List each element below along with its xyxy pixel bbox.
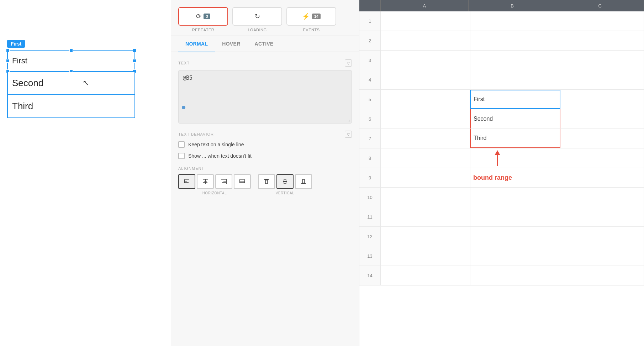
ss-col-b-header: B [469,0,556,11]
cell-b6[interactable]: Second [470,109,560,129]
cell-a10[interactable] [381,188,470,207]
cell-b11[interactable] [470,207,560,226]
cell-b8[interactable] [470,148,560,168]
cell-c9[interactable] [560,168,644,187]
repeater-item-second[interactable]: Second ↖ [7,72,135,95]
svg-rect-18 [265,180,268,184]
table-row: 5 First [359,90,644,109]
repeater-item-first[interactable]: First [7,50,135,72]
alignment-header: ALIGNMENT [178,166,352,171]
vertical-align-group: VERTICAL [258,174,312,195]
row-num-4: 4 [359,70,381,89]
row-num-11: 11 [359,207,381,226]
cell-a11[interactable] [381,207,470,226]
repeater-item-third-text: Third [8,95,134,117]
cell-a6[interactable] [381,109,470,129]
cell-b7[interactable]: Third [470,129,560,148]
cell-b2[interactable] [470,31,560,50]
left-panel: First First Second ↖ [0,0,171,346]
cell-b5[interactable]: First [470,90,560,109]
cell-c3[interactable] [560,51,644,70]
text-section-collapse[interactable]: ▽ [345,59,352,67]
align-center-btn[interactable] [197,174,214,189]
align-top-btn[interactable] [258,174,275,189]
cell-c4[interactable] [560,70,644,89]
cell-a14[interactable] [381,266,470,285]
bound-range-label: bound range [473,174,512,182]
table-row: 10 [359,188,644,207]
table-row: 1 [359,11,644,31]
cell-c2[interactable] [560,31,644,50]
checkbox-single-line[interactable] [178,141,185,148]
table-row: 6 Second [359,109,644,129]
cell-b4[interactable] [470,70,560,89]
tab-hover[interactable]: HOVER [215,36,247,52]
cell-c13[interactable] [560,246,644,266]
cell-c11[interactable] [560,207,644,226]
align-middle-btn[interactable] [276,174,294,189]
row-num-5: 5 [359,90,381,109]
row-num-9: 9 [359,168,381,187]
bound-range-arrow [495,150,500,166]
cell-c14[interactable] [560,266,644,285]
cell-b3[interactable] [470,51,560,70]
row-num-13: 13 [359,246,381,266]
cell-a9[interactable] [381,168,470,187]
tab-normal[interactable]: NORMAL [178,36,215,52]
vertical-label: VERTICAL [276,191,295,195]
table-row: 4 [359,70,644,90]
align-justify-btn[interactable] [234,174,251,189]
cell-a3[interactable] [381,51,470,70]
align-bottom-btn[interactable] [295,174,312,189]
checkbox-ellipsis-label: Show ... when text doesn't fit [188,153,252,159]
horizontal-align-group: HORIZONTAL [178,174,251,195]
cell-c7[interactable] [560,129,644,148]
repeater-item-first-text: First [8,51,134,71]
alignment-title: ALIGNMENT [178,166,204,171]
cell-a8[interactable] [381,148,470,168]
cell-b12[interactable] [470,227,560,246]
loading-button[interactable]: ↻ LOADING [232,7,282,32]
text-input[interactable] [178,70,352,124]
cell-a1[interactable] [381,11,470,31]
cell-a13[interactable] [381,246,470,266]
events-badge: 14 [312,14,321,19]
right-panel: A B C 1 2 3 [359,0,644,346]
align-right-btn[interactable] [215,174,232,189]
middle-panel: ⟳ 3 REPEATER ↻ LOADING ⚡ 14 EVENTS NORMA… [171,0,359,346]
events-button[interactable]: ⚡ 14 EVENTS [286,7,336,32]
handle-tr [133,49,136,52]
cell-c1[interactable] [560,11,644,31]
tab-active[interactable]: ACTIVE [248,36,281,52]
cell-a5[interactable] [381,90,470,109]
row-num-8: 8 [359,148,381,168]
table-row: 8 [359,148,644,168]
cell-c6[interactable] [560,109,644,129]
cell-c10[interactable] [560,188,644,207]
table-row: 2 [359,31,644,51]
repeater-item-third[interactable]: Third [7,95,135,118]
checkbox-ellipsis[interactable] [178,153,185,159]
align-left-btn[interactable] [178,174,195,189]
cell-b10[interactable] [470,188,560,207]
table-row: 11 [359,207,644,227]
toolbar-section: ⟳ 3 REPEATER ↻ LOADING ⚡ 14 EVENTS [171,0,359,36]
cell-c12[interactable] [560,227,644,246]
cursor-icon: ↖ [83,78,89,88]
repeater-button[interactable]: ⟳ 3 REPEATER [178,7,228,32]
cell-b14[interactable] [470,266,560,285]
cell-a4[interactable] [381,70,470,89]
checkbox-row-1: Keep text on a single line [178,141,352,148]
cell-a2[interactable] [381,31,470,50]
resize-handle[interactable]: ⌟ [348,117,350,122]
cell-a12[interactable] [381,227,470,246]
cell-c8[interactable] [560,148,644,168]
text-behavior-collapse[interactable]: ▽ [345,131,352,138]
cell-b9[interactable]: bound range [470,168,560,187]
cell-b13[interactable] [470,246,560,266]
table-row: 14 [359,266,644,285]
cell-c5[interactable] [560,90,644,109]
cell-b1[interactable] [470,11,560,31]
cell-a7[interactable] [381,129,470,148]
text-section-header: TEXT ▽ [178,59,352,67]
